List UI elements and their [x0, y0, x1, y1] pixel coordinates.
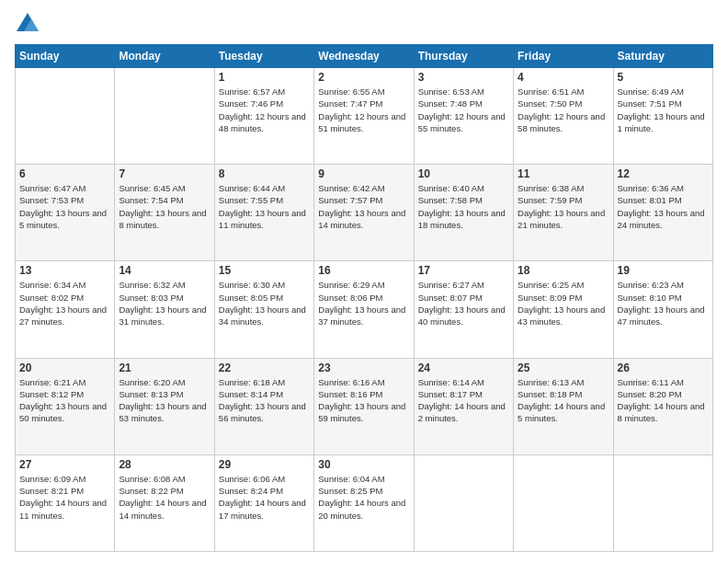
calendar-cell: 9Sunrise: 6:42 AM Sunset: 7:57 PM Daylig… — [314, 165, 414, 261]
col-friday: Friday — [514, 45, 613, 68]
calendar-cell: 5Sunrise: 6:49 AM Sunset: 7:51 PM Daylig… — [613, 68, 712, 165]
day-number: 21 — [119, 362, 210, 374]
day-info: Sunrise: 6:38 AM Sunset: 7:59 PM Dayligh… — [518, 182, 609, 231]
day-number: 15 — [219, 264, 310, 277]
day-number: 24 — [418, 362, 509, 374]
week-row-2: 6Sunrise: 6:47 AM Sunset: 7:53 PM Daylig… — [16, 165, 713, 261]
day-number: 19 — [618, 264, 709, 277]
calendar-cell — [16, 68, 115, 165]
day-number: 5 — [618, 71, 709, 84]
calendar-cell: 4Sunrise: 6:51 AM Sunset: 7:50 PM Daylig… — [514, 68, 613, 165]
calendar-cell: 25Sunrise: 6:13 AM Sunset: 8:18 PM Dayli… — [514, 358, 613, 454]
day-info: Sunrise: 6:27 AM Sunset: 8:07 PM Dayligh… — [418, 279, 509, 327]
day-info: Sunrise: 6:47 AM Sunset: 7:53 PM Dayligh… — [19, 182, 110, 231]
day-info: Sunrise: 6:45 AM Sunset: 7:54 PM Dayligh… — [119, 182, 210, 231]
day-info: Sunrise: 6:18 AM Sunset: 8:14 PM Dayligh… — [219, 376, 310, 425]
day-number: 3 — [418, 71, 509, 84]
day-info: Sunrise: 6:13 AM Sunset: 8:18 PM Dayligh… — [518, 376, 609, 425]
calendar-cell — [514, 454, 613, 551]
weekday-header-row: Sunday Monday Tuesday Wednesday Thursday… — [16, 45, 713, 68]
calendar-cell: 30Sunrise: 6:04 AM Sunset: 8:25 PM Dayli… — [314, 454, 414, 551]
day-info: Sunrise: 6:14 AM Sunset: 8:17 PM Dayligh… — [418, 376, 509, 425]
day-number: 29 — [219, 458, 310, 471]
day-info: Sunrise: 6:36 AM Sunset: 8:01 PM Dayligh… — [618, 182, 709, 231]
week-row-5: 27Sunrise: 6:09 AM Sunset: 8:21 PM Dayli… — [16, 454, 713, 551]
calendar-cell — [115, 68, 214, 165]
day-number: 10 — [418, 167, 509, 180]
calendar-cell: 22Sunrise: 6:18 AM Sunset: 8:14 PM Dayli… — [214, 358, 313, 454]
logo — [15, 11, 44, 37]
day-info: Sunrise: 6:34 AM Sunset: 8:02 PM Dayligh… — [19, 279, 110, 327]
day-number: 9 — [318, 167, 409, 180]
calendar-cell: 18Sunrise: 6:25 AM Sunset: 8:09 PM Dayli… — [514, 261, 613, 358]
day-number: 28 — [119, 458, 210, 471]
calendar-cell: 21Sunrise: 6:20 AM Sunset: 8:13 PM Dayli… — [115, 358, 214, 454]
day-info: Sunrise: 6:29 AM Sunset: 8:06 PM Dayligh… — [318, 279, 409, 327]
calendar-cell: 15Sunrise: 6:30 AM Sunset: 8:05 PM Dayli… — [214, 261, 313, 358]
col-monday: Monday — [115, 45, 214, 68]
day-number: 25 — [518, 362, 609, 374]
day-info: Sunrise: 6:21 AM Sunset: 8:12 PM Dayligh… — [19, 376, 110, 425]
day-info: Sunrise: 6:53 AM Sunset: 7:48 PM Dayligh… — [418, 86, 509, 134]
day-info: Sunrise: 6:11 AM Sunset: 8:20 PM Dayligh… — [618, 376, 709, 425]
col-wednesday: Wednesday — [314, 45, 414, 68]
day-info: Sunrise: 6:30 AM Sunset: 8:05 PM Dayligh… — [219, 279, 310, 327]
day-info: Sunrise: 6:51 AM Sunset: 7:50 PM Dayligh… — [518, 86, 609, 134]
header — [15, 11, 713, 37]
day-number: 6 — [19, 167, 110, 180]
day-info: Sunrise: 6:42 AM Sunset: 7:57 PM Dayligh… — [318, 182, 409, 231]
day-number: 30 — [318, 458, 409, 471]
calendar-cell: 26Sunrise: 6:11 AM Sunset: 8:20 PM Dayli… — [613, 358, 712, 454]
day-info: Sunrise: 6:08 AM Sunset: 8:22 PM Dayligh… — [119, 473, 210, 522]
calendar-cell: 13Sunrise: 6:34 AM Sunset: 8:02 PM Dayli… — [16, 261, 115, 358]
calendar-cell: 12Sunrise: 6:36 AM Sunset: 8:01 PM Dayli… — [613, 165, 712, 261]
calendar-cell: 7Sunrise: 6:45 AM Sunset: 7:54 PM Daylig… — [115, 165, 214, 261]
col-thursday: Thursday — [414, 45, 513, 68]
day-info: Sunrise: 6:32 AM Sunset: 8:03 PM Dayligh… — [119, 279, 210, 327]
calendar-cell: 28Sunrise: 6:08 AM Sunset: 8:22 PM Dayli… — [115, 454, 214, 551]
day-info: Sunrise: 6:55 AM Sunset: 7:47 PM Dayligh… — [318, 86, 409, 134]
day-number: 22 — [219, 362, 310, 374]
day-info: Sunrise: 6:25 AM Sunset: 8:09 PM Dayligh… — [518, 279, 609, 327]
day-number: 17 — [418, 264, 509, 277]
day-number: 23 — [318, 362, 409, 374]
col-saturday: Saturday — [613, 45, 712, 68]
day-info: Sunrise: 6:04 AM Sunset: 8:25 PM Dayligh… — [318, 473, 409, 522]
calendar-cell: 2Sunrise: 6:55 AM Sunset: 7:47 PM Daylig… — [314, 68, 414, 165]
day-info: Sunrise: 6:16 AM Sunset: 8:16 PM Dayligh… — [318, 376, 409, 425]
col-sunday: Sunday — [16, 45, 115, 68]
calendar-cell — [613, 454, 712, 551]
calendar-cell — [414, 454, 513, 551]
day-info: Sunrise: 6:44 AM Sunset: 7:55 PM Dayligh… — [219, 182, 310, 231]
day-number: 12 — [618, 167, 709, 180]
day-number: 8 — [219, 167, 310, 180]
day-info: Sunrise: 6:23 AM Sunset: 8:10 PM Dayligh… — [618, 279, 709, 327]
calendar-cell: 17Sunrise: 6:27 AM Sunset: 8:07 PM Dayli… — [414, 261, 513, 358]
calendar-cell: 27Sunrise: 6:09 AM Sunset: 8:21 PM Dayli… — [16, 454, 115, 551]
day-number: 14 — [119, 264, 210, 277]
calendar-cell: 6Sunrise: 6:47 AM Sunset: 7:53 PM Daylig… — [16, 165, 115, 261]
day-number: 13 — [19, 264, 110, 277]
calendar-cell: 8Sunrise: 6:44 AM Sunset: 7:55 PM Daylig… — [214, 165, 313, 261]
calendar-cell: 20Sunrise: 6:21 AM Sunset: 8:12 PM Dayli… — [16, 358, 115, 454]
day-number: 16 — [318, 264, 409, 277]
day-number: 20 — [19, 362, 110, 374]
calendar-cell: 23Sunrise: 6:16 AM Sunset: 8:16 PM Dayli… — [314, 358, 414, 454]
day-number: 26 — [618, 362, 709, 374]
col-tuesday: Tuesday — [214, 45, 313, 68]
calendar-cell: 11Sunrise: 6:38 AM Sunset: 7:59 PM Dayli… — [514, 165, 613, 261]
calendar-cell: 10Sunrise: 6:40 AM Sunset: 7:58 PM Dayli… — [414, 165, 513, 261]
calendar-cell: 24Sunrise: 6:14 AM Sunset: 8:17 PM Dayli… — [414, 358, 513, 454]
day-number: 7 — [119, 167, 210, 180]
calendar-cell: 29Sunrise: 6:06 AM Sunset: 8:24 PM Dayli… — [214, 454, 313, 551]
calendar-cell: 19Sunrise: 6:23 AM Sunset: 8:10 PM Dayli… — [613, 261, 712, 358]
day-number: 27 — [19, 458, 110, 471]
week-row-4: 20Sunrise: 6:21 AM Sunset: 8:12 PM Dayli… — [16, 358, 713, 454]
calendar-cell: 16Sunrise: 6:29 AM Sunset: 8:06 PM Dayli… — [314, 261, 414, 358]
calendar-table: Sunday Monday Tuesday Wednesday Thursday… — [15, 44, 713, 552]
day-info: Sunrise: 6:06 AM Sunset: 8:24 PM Dayligh… — [219, 473, 310, 522]
calendar-cell: 14Sunrise: 6:32 AM Sunset: 8:03 PM Dayli… — [115, 261, 214, 358]
calendar-cell: 3Sunrise: 6:53 AM Sunset: 7:48 PM Daylig… — [414, 68, 513, 165]
day-info: Sunrise: 6:40 AM Sunset: 7:58 PM Dayligh… — [418, 182, 509, 231]
day-number: 2 — [318, 71, 409, 84]
